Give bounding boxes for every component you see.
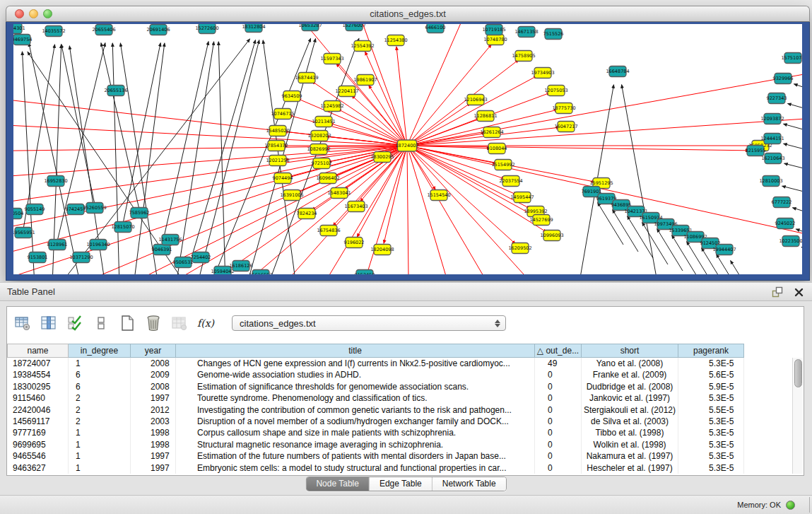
graph-node[interactable]: 11254380 xyxy=(384,35,407,46)
red-edge[interactable] xyxy=(13,146,407,180)
select-all-icon[interactable] xyxy=(65,313,85,333)
graph-node[interactable]: 16096402 xyxy=(316,173,339,184)
red-edge[interactable] xyxy=(407,24,473,146)
graph-node[interactable]: 9725102 xyxy=(312,158,332,169)
graph-node[interactable]: 15751074 xyxy=(781,53,802,64)
table-row[interactable]: 946362711997Embryonic stem cells: a mode… xyxy=(7,462,793,474)
graph-node[interactable]: 14527699 xyxy=(529,215,553,226)
tab-node-table[interactable]: Node Table xyxy=(306,477,369,491)
black-edge[interactable] xyxy=(794,84,802,95)
graph-node[interactable]: 19944407 xyxy=(712,245,736,255)
graph-node[interactable]: 7585962 xyxy=(129,208,150,218)
graph-node[interactable]: 10196340 xyxy=(86,240,110,250)
graph-node[interactable]: 9153458 xyxy=(355,270,375,275)
graph-node[interactable]: 14035572 xyxy=(42,26,65,37)
graph-node[interactable]: 17854372 xyxy=(264,141,288,151)
graph-node[interactable]: 10223500 xyxy=(779,236,802,247)
graph-node[interactable]: 9329966 xyxy=(773,74,794,84)
graph-node[interactable]: 16874419 xyxy=(295,73,318,83)
table-row[interactable]: 1830029562008Estimation of significance … xyxy=(7,381,793,392)
table-row[interactable]: 969969511998Structural magnetic resonanc… xyxy=(7,439,793,450)
graph-node[interactable]: 9469754 xyxy=(13,35,32,45)
table-row[interactable]: 1938455462009Genome-wide association stu… xyxy=(7,369,793,380)
graph-node[interactable]: 16952830 xyxy=(44,176,67,187)
column-header-in_degree[interactable]: in_degree xyxy=(69,344,131,358)
graph-node[interactable]: 16648784 xyxy=(606,66,629,77)
graph-node[interactable]: 16210643 xyxy=(761,153,784,164)
tab-network-table[interactable]: Network Table xyxy=(432,477,506,491)
table-row[interactable]: 1872400712008Changes of HCN gene express… xyxy=(7,358,793,369)
graph-node[interactable]: 11673403 xyxy=(344,201,367,212)
graph-node[interactable]: 18775730 xyxy=(552,103,575,114)
graph-node[interactable]: 15154992 xyxy=(491,160,514,170)
graph-node[interactable]: 20655406 xyxy=(92,25,115,35)
graph-node[interactable]: 7824234 xyxy=(297,209,317,219)
close-panel-icon[interactable] xyxy=(792,286,805,298)
red-edge[interactable] xyxy=(407,146,749,151)
network-window-titlebar[interactable]: citations_edges.txt xyxy=(6,6,810,22)
table-selector-dropdown[interactable]: citations_edges.txt xyxy=(232,315,506,331)
graph-node[interactable]: 9108044 xyxy=(487,144,507,154)
graph-node[interactable]: 11597343 xyxy=(320,54,343,64)
graph-node[interactable]: 12554392 xyxy=(351,41,374,52)
graph-node[interactable]: 11431756 xyxy=(158,235,182,245)
graph-node[interactable]: 9245022 xyxy=(775,218,796,229)
graph-node[interactable]: 10213451 xyxy=(312,117,335,127)
graph-node[interactable]: 16186126 xyxy=(229,261,252,271)
graph-node[interactable]: 10746715 xyxy=(271,109,294,119)
delete-icon[interactable] xyxy=(143,313,163,333)
graph-node[interactable]: 16391005 xyxy=(280,190,303,201)
graph-node[interactable]: 8215955 xyxy=(746,146,766,156)
black-edge[interactable] xyxy=(788,103,802,115)
black-edge[interactable] xyxy=(782,186,802,197)
graph-node[interactable]: 15616553 xyxy=(249,270,272,275)
graph-node[interactable]: 11245982 xyxy=(320,101,343,112)
minimize-window-button[interactable] xyxy=(29,9,38,18)
black-edge[interactable] xyxy=(731,261,756,274)
column-header-pagerank[interactable]: pagerank xyxy=(678,344,744,358)
graph-node[interactable]: 9227343 xyxy=(767,93,787,104)
black-edge[interactable] xyxy=(197,40,259,274)
graph-node[interactable]: 6777222 xyxy=(772,197,792,208)
graph-node[interactable]: 7515526 xyxy=(543,29,564,40)
graph-node[interactable]: 14671358 xyxy=(514,27,538,37)
clear-selection-icon[interactable] xyxy=(91,313,111,333)
graph-node[interactable]: 16209502 xyxy=(508,243,531,254)
graph-node[interactable]: 7254402 xyxy=(191,252,211,263)
graph-node[interactable]: 18204098 xyxy=(370,245,394,255)
red-edge[interactable] xyxy=(407,146,546,232)
table-row[interactable]: 2242004622012Investigating the contribut… xyxy=(7,404,793,416)
float-panel-icon[interactable] xyxy=(771,286,784,298)
black-edge[interactable] xyxy=(801,247,802,257)
black-edge[interactable] xyxy=(112,43,119,274)
graph-node[interactable]: 12093872 xyxy=(760,114,784,124)
graph-node[interactable]: 19565951 xyxy=(13,228,35,238)
scrollbar-thumb[interactable] xyxy=(794,359,802,387)
graph-node[interactable]: 12021258 xyxy=(266,156,289,166)
graph-node[interactable]: 20691406 xyxy=(146,25,170,35)
graph-node[interactable]: 10826992 xyxy=(307,144,330,155)
black-edge[interactable] xyxy=(784,144,802,155)
column-header-year[interactable]: year xyxy=(131,344,176,358)
graph-node[interactable]: 10996093 xyxy=(540,230,563,241)
column-header-out_de[interactable]: △ out_de... xyxy=(535,344,582,358)
graph-node[interactable]: 9055149 xyxy=(25,204,45,215)
table-row[interactable]: 911546021997Tourette syndrome. Phenomeno… xyxy=(7,392,793,404)
graph-node[interactable]: 14758905 xyxy=(512,51,535,62)
graph-node[interactable]: 9046391 xyxy=(152,245,172,255)
black-edge[interactable] xyxy=(622,85,658,274)
graph-node[interactable]: 15276007 xyxy=(342,24,365,31)
column-header-title[interactable]: title xyxy=(176,344,535,358)
graph-node[interactable]: 16261264 xyxy=(480,127,503,138)
table-row[interactable]: 1456911722003Disruption of a novel membe… xyxy=(7,416,793,427)
column-header-short[interactable]: short xyxy=(582,344,678,358)
graph-node[interactable]: 12075053 xyxy=(544,86,567,96)
graph-node[interactable]: 10748780 xyxy=(483,35,507,45)
red-edge[interactable] xyxy=(407,146,466,274)
graph-node[interactable]: 13208203 xyxy=(307,131,331,141)
table-panel-titlebar[interactable]: Table Panel xyxy=(0,282,812,301)
graph-node[interactable]: 10653287 xyxy=(298,24,322,31)
function-builder-icon[interactable]: f(x) xyxy=(196,313,216,333)
black-edge[interactable] xyxy=(784,163,802,174)
red-edge[interactable] xyxy=(407,116,802,146)
